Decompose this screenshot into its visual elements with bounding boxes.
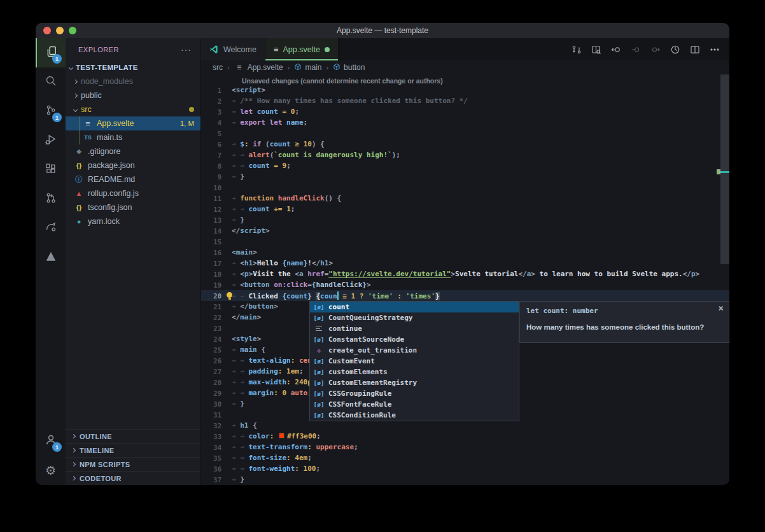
back-icon[interactable]: [609, 43, 623, 57]
code-line[interactable]: 7→ → alert(`count is dangerously high!`)…: [201, 150, 729, 160]
section-outline[interactable]: OUTLINE: [66, 429, 200, 443]
suggest-item-count[interactable]: [ø]count: [310, 302, 519, 312]
code-line[interactable]: 35→ → font-size: 4em;: [201, 452, 729, 463]
tree-item-src[interactable]: src: [66, 102, 200, 116]
activity-extensions[interactable]: [36, 155, 66, 185]
section-npm-scripts[interactable]: NPM SCRIPTS: [66, 457, 200, 471]
tab-bar: Welcome ≡ App.svelte: [201, 38, 729, 60]
symbol-variable-icon: [ø]: [313, 304, 325, 311]
code-line[interactable]: 3→ let count = 0;: [201, 106, 729, 117]
suggest-item-cssfontfacerule[interactable]: [ø]CSSFontFaceRule: [310, 399, 519, 410]
code-line[interactable]: 33→ → color: #ff3e00;: [201, 431, 729, 442]
open-changes-icon[interactable]: [570, 43, 584, 57]
tree-item-node-modules[interactable]: node_modules: [66, 74, 200, 88]
activity-run-debug[interactable]: [36, 126, 66, 155]
codelens-annotation[interactable]: Unsaved changes (cannot determine recent…: [201, 74, 729, 85]
breadcrumb-main[interactable]: main: [294, 63, 321, 73]
tree-item-readme-md[interactable]: ⓘREADME.md: [66, 172, 200, 186]
tab-app-svelte[interactable]: ≡ App.svelte: [265, 38, 339, 60]
code-line[interactable]: 15: [201, 236, 729, 247]
title-bar[interactable]: App.svelte — test-template: [36, 23, 729, 38]
code-line[interactable]: 11→ function handleClick() {: [201, 193, 729, 204]
breadcrumb-button[interactable]: button: [333, 63, 365, 73]
minimize-window-button[interactable]: [56, 27, 64, 34]
rollup-file-icon: ▲: [74, 190, 84, 197]
activity-source-control[interactable]: 1: [36, 97, 66, 126]
code-line[interactable]: 34→ → text-transform: uppercase;: [201, 442, 729, 452]
tab-welcome[interactable]: Welcome: [201, 38, 265, 60]
breadcrumb-src[interactable]: src: [213, 63, 223, 72]
chevron-down-icon: [73, 107, 78, 111]
code-line[interactable]: 32→ h1 {: [201, 420, 729, 431]
breadcrumb-app-svelte[interactable]: ≡App.svelte: [234, 63, 283, 72]
code-line[interactable]: 36→ → font-weight: 100;: [201, 463, 729, 474]
activity-azure[interactable]: [36, 243, 66, 272]
code-line[interactable]: 19→ <button on:click={handleClick}>: [201, 279, 729, 290]
line-number: 12: [201, 206, 232, 213]
symbol-variable-icon: [ø]: [313, 368, 325, 375]
split-editor-icon[interactable]: [688, 43, 702, 57]
line-number: 31: [201, 411, 232, 419]
open-preview-icon[interactable]: [589, 43, 603, 57]
code-line[interactable]: 16<main>: [201, 247, 729, 258]
code-line[interactable]: 20→ → Clicked {count} {coun ≡ 1 ? 'time'…: [201, 290, 729, 301]
code-line[interactable]: 8→ → count = 9;: [201, 160, 729, 171]
activity-explorer[interactable]: 1: [36, 38, 66, 67]
code-line[interactable]: 9→ }: [201, 171, 729, 182]
code-line[interactable]: 1<script>: [201, 85, 729, 95]
suggest-item-customevent[interactable]: [ø]CustomEvent: [310, 356, 519, 367]
indent-guide: [80, 116, 80, 130]
code-line[interactable]: 13→ }: [201, 214, 729, 225]
lightbulb-icon[interactable]: [227, 292, 232, 298]
suggest-item-cssgroupingrule[interactable]: [ø]CSSGroupingRule: [310, 388, 519, 399]
activity-accounts[interactable]: 1: [36, 426, 66, 456]
code-line[interactable]: 37→ }: [201, 474, 729, 485]
badge: 1: [52, 54, 62, 64]
chevron-right-icon: [71, 434, 76, 438]
suggest-item-cssconditionrule[interactable]: [ø]CSSConditionRule: [310, 410, 519, 421]
line-number: 32: [201, 422, 232, 430]
activity-settings[interactable]: ⚙: [36, 456, 66, 485]
activity-search[interactable]: [36, 67, 66, 97]
tree-item-tsconfig-json[interactable]: {}tsconfig.json: [66, 200, 200, 214]
more-actions-icon[interactable]: [708, 43, 722, 57]
activity-live-share[interactable]: [36, 214, 66, 243]
tree-item-yarn-lock[interactable]: ●yarn.lock: [66, 214, 200, 228]
tree-item-rollup-config-js[interactable]: ▲rollup.config.js: [66, 186, 200, 200]
color-swatch[interactable]: [279, 433, 284, 438]
unsaved-dot-icon[interactable]: [325, 47, 330, 52]
section-codetour[interactable]: CODETOUR: [66, 471, 200, 485]
tree-item--gitignore[interactable]: ◆.gitignore: [66, 144, 200, 158]
code-line[interactable]: 12→ → count += 1;: [201, 204, 729, 214]
code-line[interactable]: 10: [201, 182, 729, 193]
code-line[interactable]: 18→ <p>Visit the <a href="https://svelte…: [201, 269, 729, 279]
tree-root-test-template[interactable]: TEST-TEMPLATE: [66, 60, 200, 74]
next-change-icon[interactable]: [649, 43, 663, 57]
code-line[interactable]: 4→ export let name;: [201, 117, 729, 128]
azure-icon: [45, 251, 57, 265]
run-icon[interactable]: [668, 43, 682, 57]
suggest-item-customelementregistry[interactable]: [ø]CustomElementRegistry: [310, 377, 519, 388]
tree-item-public[interactable]: public: [66, 88, 200, 102]
tree-item-package-json[interactable]: {}package.json: [66, 158, 200, 172]
editor-scrollbar[interactable]: [720, 74, 729, 264]
code-line[interactable]: 14</script>: [201, 225, 729, 236]
activity-github-pr[interactable]: [36, 185, 66, 214]
tree-item-main-ts[interactable]: TSmain.ts: [66, 130, 200, 144]
code-line[interactable]: 17→ <h1>Hello {name}!</h1>: [201, 258, 729, 269]
code-line[interactable]: 5: [201, 128, 729, 139]
close-icon[interactable]: ×: [719, 303, 724, 313]
suggest-item-continue[interactable]: continue: [310, 323, 519, 334]
close-window-button[interactable]: [43, 27, 51, 34]
tree-item-app-svelte[interactable]: ≡App.svelte1, M: [66, 116, 200, 130]
code-line[interactable]: 2→ /** How many times has someone clicke…: [201, 95, 729, 106]
code-line[interactable]: 6→ $: if (count ≥ 10) {: [201, 139, 729, 150]
zoom-window-button[interactable]: [69, 27, 76, 34]
suggest-item-countqueuingstrategy[interactable]: [ø]CountQueuingStrategy: [310, 312, 519, 323]
suggest-item-customelements[interactable]: [ø]customElements: [310, 367, 519, 377]
section-timeline[interactable]: TIMELINE: [66, 443, 200, 457]
suggest-item-constantsourcenode[interactable]: [ø]ConstantSourceNode: [310, 334, 519, 345]
suggest-item-create_out_transition[interactable]: ◇create_out_transition: [310, 345, 519, 356]
code-editor[interactable]: Unsaved changes (cannot determine recent…: [201, 74, 729, 485]
previous-change-icon[interactable]: [629, 43, 643, 57]
